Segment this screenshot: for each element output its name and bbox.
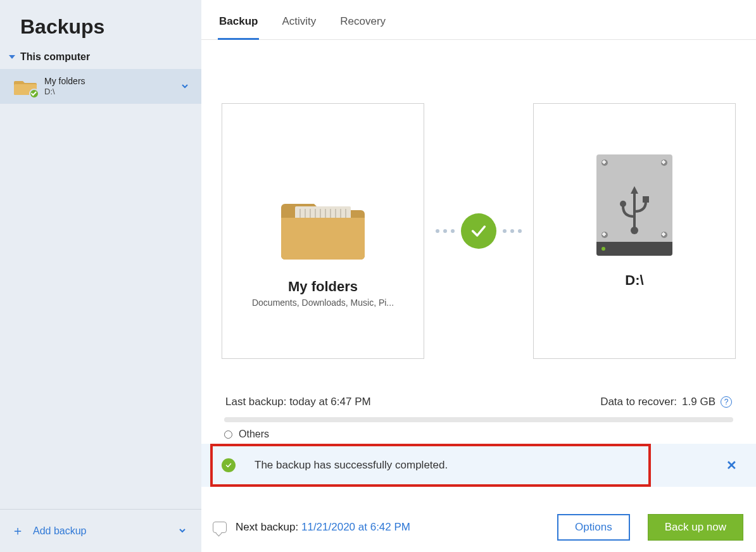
others-row[interactable]: Others xyxy=(201,422,756,440)
destination-title: D:\ xyxy=(625,272,643,289)
notification-text: The backup has successfully completed. xyxy=(255,459,448,472)
chevron-down-icon[interactable] xyxy=(179,526,186,536)
backup-flow-row: My folders Documents, Downloads, Music, … xyxy=(201,103,756,359)
sidebar-section-label: This computer xyxy=(20,51,90,63)
comment-icon[interactable] xyxy=(213,522,227,533)
size-bar xyxy=(224,417,733,422)
data-recover-label: Data to recover: xyxy=(600,396,677,408)
backup-item-destination: D:\ xyxy=(44,87,85,97)
next-backup-label: Next backup: xyxy=(236,521,298,533)
folder-icon xyxy=(14,77,37,96)
check-circle-icon xyxy=(222,458,236,472)
backup-item-name: My folders xyxy=(44,75,85,87)
tabs: Backup Activity Recovery xyxy=(201,0,756,40)
sidebar-title: Backups xyxy=(0,0,201,49)
svg-marker-14 xyxy=(631,186,638,194)
source-subtitle: Documents, Downloads, Music, Pi... xyxy=(252,298,394,308)
main-footer: Next backup: 11/21/2020 at 6:42 PM Optio… xyxy=(201,504,756,552)
main: Backup Activity Recovery My folders Docu… xyxy=(201,0,756,552)
others-label: Others xyxy=(239,429,269,440)
sidebar-item-my-folders[interactable]: My folders D:\ xyxy=(0,69,201,104)
close-icon[interactable]: ✕ xyxy=(721,455,742,475)
radio-icon xyxy=(224,430,232,439)
help-icon[interactable]: ? xyxy=(721,396,732,408)
sidebar-section-this-computer[interactable]: This computer xyxy=(0,49,201,69)
success-badge-icon xyxy=(29,89,39,99)
svg-rect-17 xyxy=(643,196,649,203)
last-backup-value: today at 6:47 PM xyxy=(289,396,371,408)
check-circle-icon xyxy=(461,213,496,249)
sidebar-footer: ＋ Add backup xyxy=(0,509,201,552)
dots-right-icon xyxy=(503,229,522,233)
tab-activity[interactable]: Activity xyxy=(280,11,317,39)
svg-marker-0 xyxy=(9,55,15,59)
stats-row: Last backup: today at 6:47 PM Data to re… xyxy=(201,359,756,412)
tab-backup[interactable]: Backup xyxy=(218,11,259,39)
last-backup-label: Last backup: xyxy=(225,396,286,408)
destination-card[interactable]: D:\ xyxy=(533,103,736,359)
chevron-down-icon xyxy=(9,52,15,62)
data-recover-value: 1.9 GB xyxy=(682,396,715,408)
flow-connector xyxy=(436,213,522,249)
next-backup-value[interactable]: 11/21/2020 at 6:42 PM xyxy=(301,521,410,533)
source-title: My folders xyxy=(288,279,358,295)
tab-recovery[interactable]: Recovery xyxy=(339,11,387,39)
dots-left-icon xyxy=(436,229,455,233)
back-up-now-button[interactable]: Back up now xyxy=(648,514,743,541)
plus-icon[interactable]: ＋ xyxy=(11,522,24,539)
external-drive-icon xyxy=(596,154,672,256)
notification-bar: The backup has successfully completed. ✕ xyxy=(201,444,756,487)
sidebar: Backups This computer My folders D:\ ＋ A… xyxy=(0,0,201,552)
source-card[interactable]: My folders Documents, Downloads, Music, … xyxy=(222,103,424,359)
folder-icon xyxy=(279,192,367,262)
add-backup-button[interactable]: Add backup xyxy=(33,525,87,537)
svg-point-16 xyxy=(620,201,626,207)
svg-point-15 xyxy=(631,227,638,234)
chevron-down-icon[interactable] xyxy=(181,82,189,92)
options-button[interactable]: Options xyxy=(557,514,630,541)
